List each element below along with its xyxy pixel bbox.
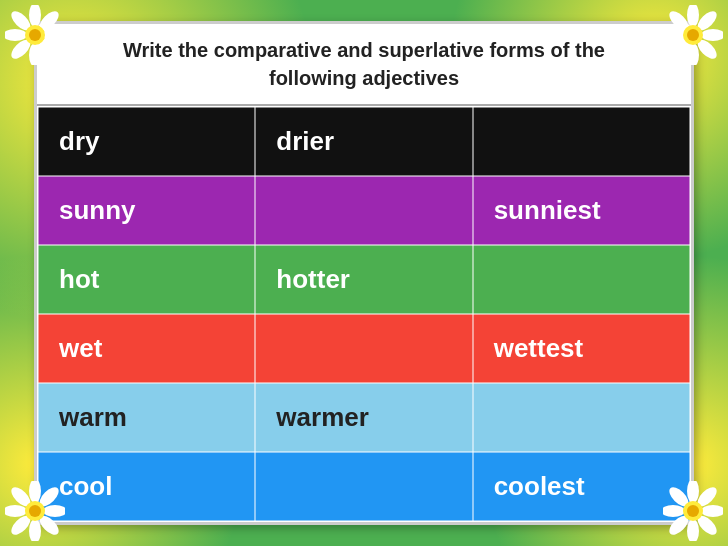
svg-point-25: [29, 519, 41, 541]
title-line1: Write the comparative and superlative fo…: [57, 36, 671, 64]
cell-sunny-1: [255, 176, 472, 245]
title-line2: following adjectives: [57, 64, 671, 92]
svg-point-5: [29, 43, 41, 65]
row-hot: hothotter: [38, 245, 690, 314]
svg-point-30: [29, 505, 41, 517]
daisy-top-right: [663, 5, 723, 65]
cell-dry-0: dry: [38, 107, 255, 176]
cell-dry-1: drier: [255, 107, 472, 176]
svg-point-10: [29, 29, 41, 41]
cell-hot-2: [473, 245, 690, 314]
cell-hot-0: hot: [38, 245, 255, 314]
svg-point-1: [29, 5, 41, 27]
cell-warm-1: warmer: [255, 383, 472, 452]
daisy-top-left: [5, 5, 65, 65]
svg-point-3: [43, 29, 65, 41]
cell-cool-1: [255, 452, 472, 521]
svg-point-27: [5, 505, 27, 517]
svg-point-35: [687, 519, 699, 541]
svg-point-33: [701, 505, 723, 517]
svg-point-11: [687, 5, 699, 27]
svg-point-23: [43, 505, 65, 517]
cell-cool-0: cool: [38, 452, 255, 521]
row-sunny: sunnysunniest: [38, 176, 690, 245]
svg-point-40: [687, 505, 699, 517]
cell-warm-2: [473, 383, 690, 452]
cell-wet-2: wettest: [473, 314, 690, 383]
svg-point-7: [5, 29, 27, 41]
svg-point-13: [701, 29, 723, 41]
cell-cool-2: coolest: [473, 452, 690, 521]
daisy-bottom-right: [663, 481, 723, 541]
svg-point-20: [687, 29, 699, 41]
row-cool: coolcoolest: [38, 452, 690, 521]
row-wet: wetwettest: [38, 314, 690, 383]
daisy-bottom-left: [5, 481, 65, 541]
row-dry: drydrier: [38, 107, 690, 176]
row-warm: warmwarmer: [38, 383, 690, 452]
cell-dry-2: [473, 107, 690, 176]
svg-point-17: [663, 29, 685, 41]
main-card: Write the comparative and superlative fo…: [34, 21, 694, 525]
card-title: Write the comparative and superlative fo…: [37, 24, 691, 106]
svg-point-21: [29, 481, 41, 503]
svg-point-15: [687, 43, 699, 65]
cell-hot-1: hotter: [255, 245, 472, 314]
cell-sunny-0: sunny: [38, 176, 255, 245]
cell-wet-1: [255, 314, 472, 383]
adjectives-table: drydriersunnysunniesthothotterwetwettest…: [37, 106, 691, 522]
cell-wet-0: wet: [38, 314, 255, 383]
svg-point-31: [687, 481, 699, 503]
svg-point-37: [663, 505, 685, 517]
cell-warm-0: warm: [38, 383, 255, 452]
cell-sunny-2: sunniest: [473, 176, 690, 245]
